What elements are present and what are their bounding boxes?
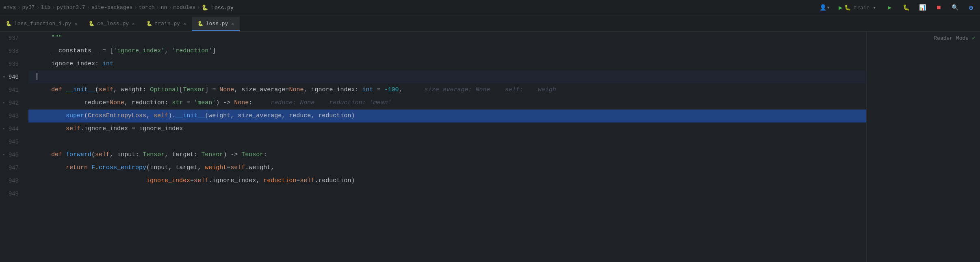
tab-label-loss: loss.py — [206, 21, 228, 27]
line-num-944: ▸ 944 — [0, 122, 24, 135]
line-numbers: 937 938 939 ● 940 941 ▸ 942 943 ▸ 944 94… — [0, 32, 28, 262]
nav-right: 👤▾ ▶ 🐛 train ▾ ▶ 🐛 📊 ⏹ 🔍 ⊕ — [819, 2, 977, 13]
code-line-945 — [28, 135, 866, 148]
reader-mode-label: Reader Mode — [934, 35, 969, 41]
line-num-946: ▸ 946 — [0, 148, 24, 161]
tabs-bar: 🐍 loss_function_1.py ✕ 🐍 ce_loss.py ✕ 🐍 … — [0, 15, 980, 32]
code-line-938: __constants__ = ['ignore_index', 'reduct… — [28, 45, 866, 58]
code-line-946: def forward(self, input: Tensor, target:… — [28, 148, 866, 161]
reader-mode-header: Reader Mode ✓ — [867, 32, 980, 45]
code-line-947: return F.cross_entropy(input, target, we… — [28, 161, 866, 174]
tab-close-ce-loss[interactable]: ✕ — [132, 21, 135, 26]
code-line-948: ignore_index=self.ignore_index, reductio… — [28, 174, 866, 187]
line-num-942: ▸ 942 — [0, 97, 24, 110]
breadcrumb-modules[interactable]: modules — [173, 4, 196, 11]
tab-label-train: train.py — [155, 21, 180, 27]
stop-icon[interactable]: ⏹ — [933, 2, 944, 13]
add-icon[interactable]: ⊕ — [965, 2, 977, 13]
line-num-940: ● 940 — [0, 71, 24, 84]
reader-mode-check-icon: ✓ — [972, 35, 975, 41]
code-line-943: super(CrossEntropyLoss, self).__init__(w… — [28, 110, 866, 122]
run-icon: ▶ — [839, 4, 843, 12]
code-line-949 — [28, 187, 866, 200]
coverage-icon[interactable]: 📊 — [917, 2, 928, 13]
line-num-947: 947 — [0, 161, 24, 174]
breadcrumb-nn[interactable]: nn — [161, 4, 167, 11]
tab-icon-ce-loss: 🐍 — [89, 21, 95, 27]
code-line-937: """ — [28, 32, 866, 45]
breadcrumb-lossfile[interactable]: 🐍 loss.py — [202, 4, 233, 11]
tab-icon-loss-function: 🐍 — [6, 21, 12, 27]
user-icon[interactable]: 👤▾ — [819, 2, 830, 13]
code-line-944: self.ignore_index = ignore_index — [28, 122, 866, 135]
code-line-939: ignore_index: int — [28, 58, 866, 71]
tab-loss-function[interactable]: 🐍 loss_function_1.py ✕ — [0, 17, 83, 31]
run-label: 🐛 train ▾ — [844, 4, 876, 11]
play-icon[interactable]: ▶ — [884, 2, 895, 13]
tab-close-train[interactable]: ✕ — [183, 21, 186, 26]
fold-942[interactable]: ▸ — [2, 101, 7, 105]
line-num-943: 943 — [0, 110, 24, 122]
reader-mode-panel: Reader Mode ✓ — [866, 32, 980, 262]
tab-label-ce-loss: ce_loss.py — [97, 21, 129, 27]
search-icon[interactable]: 🔍 — [949, 2, 960, 13]
breadcrumb: envs › py37 › lib › python3.7 › site-pac… — [3, 4, 234, 11]
breadcrumb-py37[interactable]: py37 — [22, 4, 35, 11]
code-line-941: def __init__(self, weight: Optional[Tens… — [28, 84, 866, 97]
breadcrumb-envs[interactable]: envs — [3, 4, 16, 11]
breadcrumb-torch[interactable]: torch — [139, 4, 155, 11]
code-area: 937 938 939 ● 940 941 ▸ 942 943 ▸ 944 94… — [0, 32, 980, 262]
line-num-948: 948 — [0, 174, 24, 187]
breadcrumb-site[interactable]: site-packages — [91, 4, 132, 11]
run-button[interactable]: ▶ 🐛 train ▾ — [835, 2, 879, 13]
tab-close-loss-function[interactable]: ✕ — [74, 21, 77, 26]
code-content: """ __constants__ = ['ignore_index', 're… — [28, 32, 866, 262]
tab-label-loss-function: loss_function_1.py — [14, 21, 71, 27]
line-num-945: 945 — [0, 135, 24, 148]
tab-icon-loss: 🐍 — [197, 21, 204, 27]
line-num-941: 941 — [0, 84, 24, 97]
tab-icon-train: 🐍 — [146, 21, 152, 27]
fold-940[interactable]: ● — [2, 75, 7, 79]
bug-icon[interactable]: 🐛 — [900, 2, 912, 13]
line-num-938: 938 — [0, 45, 24, 58]
tab-train[interactable]: 🐍 train.py ✕ — [141, 17, 192, 31]
breadcrumb-lib[interactable]: lib — [41, 4, 50, 11]
fold-946[interactable]: ▸ — [2, 152, 7, 157]
tab-loss[interactable]: 🐍 loss.py ✕ — [192, 17, 240, 31]
breadcrumb-python[interactable]: python3.7 — [56, 4, 85, 11]
line-num-949: 949 — [0, 187, 24, 200]
code-line-942: reduce=None, reduction: str = 'mean') ->… — [28, 97, 866, 110]
tab-close-loss[interactable]: ✕ — [231, 21, 234, 26]
fold-944[interactable]: ▸ — [2, 127, 7, 131]
line-num-937: 937 — [0, 32, 24, 45]
code-line-940 — [28, 71, 866, 84]
top-nav: envs › py37 › lib › python3.7 › site-pac… — [0, 0, 980, 15]
line-num-939: 939 — [0, 58, 24, 71]
tab-ce-loss[interactable]: 🐍 ce_loss.py ✕ — [83, 17, 141, 31]
